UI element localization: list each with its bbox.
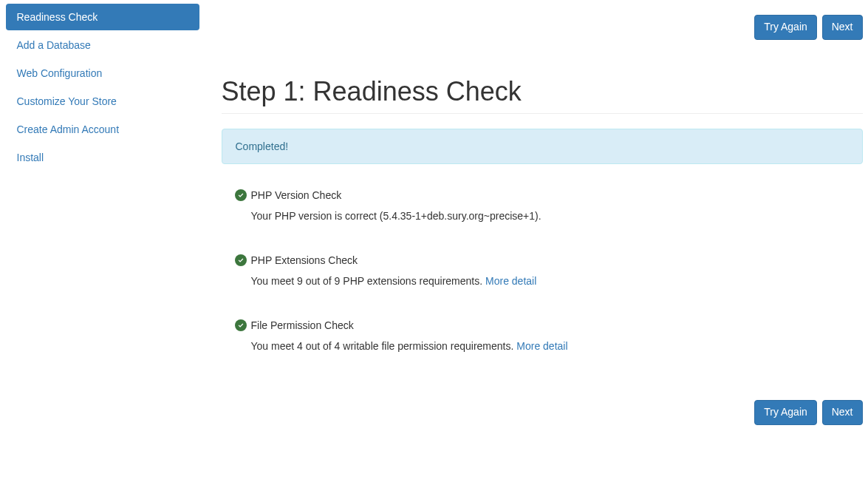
top-action-bar: Try Again Next — [222, 0, 863, 44]
sidebar-item-create-admin-account[interactable]: Create Admin Account — [6, 116, 199, 143]
check-php-extensions: PHP Extensions Check You meet 9 out of 9… — [222, 244, 863, 309]
sidebar-item-customize-store[interactable]: Customize Your Store — [6, 88, 199, 115]
sidebar-item-label: Add a Database — [17, 39, 91, 51]
try-again-button[interactable]: Try Again — [754, 400, 817, 425]
more-detail-link[interactable]: More detail — [485, 275, 536, 287]
check-detail-text: Your PHP version is correct (5.4.35-1+de… — [251, 210, 541, 222]
sidebar-item-label: Web Configuration — [17, 67, 103, 79]
sidebar-item-label: Readiness Check — [17, 11, 98, 23]
sidebar-item-label: Customize Your Store — [17, 95, 117, 107]
check-success-icon — [235, 319, 247, 331]
check-detail-text: You meet 9 out of 9 PHP extensions requi… — [251, 275, 486, 287]
next-button[interactable]: Next — [822, 400, 863, 425]
sidebar-item-label: Create Admin Account — [17, 123, 120, 135]
check-php-version: PHP Version Check Your PHP version is co… — [222, 179, 863, 244]
check-header: PHP Version Check — [235, 189, 850, 201]
sidebar-item-readiness-check[interactable]: Readiness Check — [6, 4, 199, 30]
check-title: PHP Extensions Check — [251, 254, 358, 266]
check-file-permission: File Permission Check You meet 4 out of … — [222, 309, 863, 374]
sidebar-item-label: Install — [17, 152, 44, 163]
sidebar-item-add-database[interactable]: Add a Database — [6, 32, 199, 58]
bottom-action-bar: Try Again Next — [222, 374, 863, 451]
check-success-icon — [235, 254, 247, 266]
check-title: PHP Version Check — [251, 189, 342, 201]
check-success-icon — [235, 189, 247, 201]
main-content: Try Again Next Step 1: Readiness Check C… — [199, 0, 863, 451]
status-banner: Completed! — [222, 129, 863, 164]
check-header: PHP Extensions Check — [235, 254, 850, 266]
check-detail-text: You meet 4 out of 4 writable file permis… — [251, 340, 517, 352]
next-button[interactable]: Next — [822, 15, 863, 40]
check-header: File Permission Check — [235, 319, 850, 331]
check-detail: Your PHP version is correct (5.4.35-1+de… — [235, 201, 850, 222]
sidebar-item-install[interactable]: Install — [6, 144, 199, 171]
sidebar-nav: Readiness Check Add a Database Web Confi… — [6, 0, 199, 172]
sidebar-item-web-configuration[interactable]: Web Configuration — [6, 60, 199, 87]
check-title: File Permission Check — [251, 319, 354, 331]
page-title: Step 1: Readiness Check — [222, 77, 863, 114]
check-detail: You meet 4 out of 4 writable file permis… — [235, 331, 850, 352]
check-detail: You meet 9 out of 9 PHP extensions requi… — [235, 266, 850, 287]
try-again-button[interactable]: Try Again — [754, 15, 817, 40]
more-detail-link[interactable]: More detail — [516, 340, 567, 352]
